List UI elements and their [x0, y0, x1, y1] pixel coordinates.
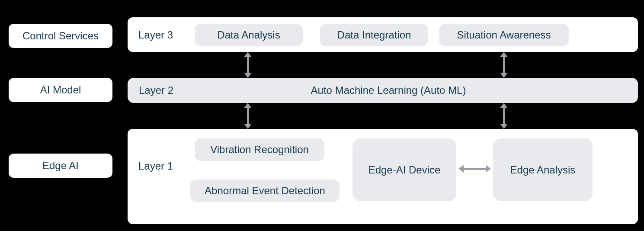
- label-edge-ai: Edge AI: [9, 154, 112, 178]
- label-control-services: Control Services: [9, 24, 112, 48]
- panel-layer2: Layer 2 Auto Machine Learning (Auto ML): [128, 78, 638, 103]
- arrow-l2-l1-left: [244, 103, 252, 129]
- text-edge-analysis: Edge Analysis: [510, 164, 576, 176]
- chip-vibration-recognition: Vibration Recognition: [195, 138, 324, 161]
- chip-edge-analysis: Edge Analysis: [493, 138, 593, 201]
- text-layer1: Layer 1: [138, 160, 173, 172]
- arrow-edge-device-analysis: [458, 164, 491, 173]
- text-edge-ai-device: Edge-AI Device: [368, 164, 441, 176]
- text-data-analysis: Data Analysis: [217, 29, 280, 41]
- text-data-integration: Data Integration: [337, 29, 411, 41]
- arrow-l2-l1-right: [500, 103, 508, 129]
- text-situation-awareness: Situation Awareness: [457, 29, 551, 41]
- text-automl: Auto Machine Learning (Auto ML): [139, 84, 638, 96]
- chip-situation-awareness: Situation Awareness: [439, 24, 569, 46]
- arrow-l3-l2-left: [244, 52, 252, 78]
- text-control-services: Control Services: [22, 30, 99, 42]
- chip-data-integration: Data Integration: [320, 24, 428, 46]
- text-edge-ai: Edge AI: [42, 160, 79, 172]
- arrow-l3-l2-right: [500, 52, 508, 78]
- label-ai-model: AI Model: [9, 78, 112, 102]
- text-layer3: Layer 3: [138, 29, 173, 41]
- chip-data-analysis: Data Analysis: [195, 24, 303, 46]
- text-vibration-recognition: Vibration Recognition: [210, 144, 309, 156]
- text-abnormal-event-detection: Abnormal Event Detection: [205, 185, 325, 197]
- chip-edge-ai-device: Edge-AI Device: [352, 138, 456, 201]
- text-ai-model: AI Model: [40, 84, 81, 96]
- chip-abnormal-event-detection: Abnormal Event Detection: [190, 180, 340, 202]
